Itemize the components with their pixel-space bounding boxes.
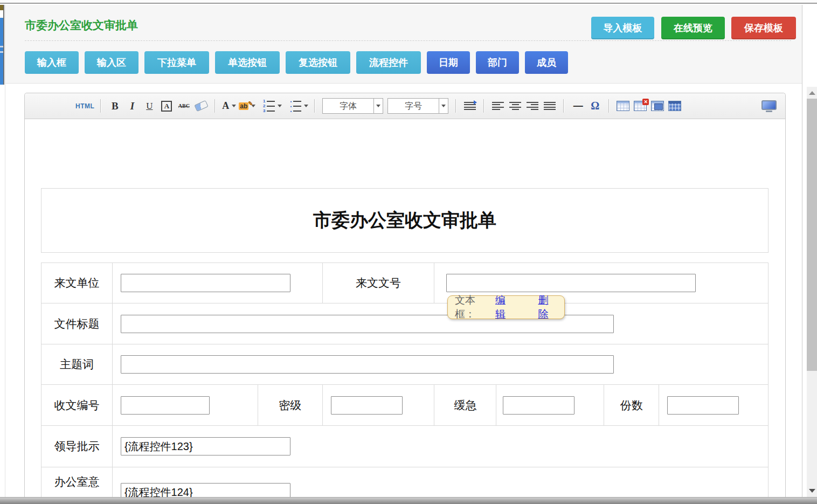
table-cell bbox=[113, 426, 768, 467]
chevron-down-icon bbox=[441, 105, 446, 107]
window-bottom-edge bbox=[0, 497, 817, 504]
table-cell bbox=[113, 344, 768, 385]
strikethrough-button[interactable]: ABC bbox=[176, 98, 191, 114]
special-character-button[interactable]: Ω bbox=[587, 98, 603, 114]
align-left-button[interactable] bbox=[490, 98, 506, 114]
table-properties-button[interactable] bbox=[667, 98, 682, 114]
align-right-button[interactable] bbox=[525, 98, 540, 114]
align-left-icon bbox=[492, 102, 504, 111]
justify-button[interactable] bbox=[542, 98, 557, 114]
select-arrow-button[interactable] bbox=[373, 99, 383, 113]
online-preview-button[interactable]: 在线预览 bbox=[661, 17, 725, 39]
receipt-number-input[interactable] bbox=[121, 396, 210, 415]
toolbar-separator bbox=[214, 99, 216, 113]
table-cell bbox=[113, 385, 258, 426]
import-template-button[interactable]: 导入模板 bbox=[591, 17, 654, 39]
field-label-security-level: 密级 bbox=[258, 385, 323, 426]
ordered-list-button[interactable] bbox=[258, 98, 282, 114]
left-edge-tick bbox=[0, 51, 3, 53]
underline-button[interactable]: U bbox=[142, 98, 157, 114]
indent-button[interactable] bbox=[462, 98, 477, 114]
cell-properties-button[interactable] bbox=[650, 98, 665, 114]
table-properties-icon bbox=[668, 101, 681, 111]
vertical-scrollbar[interactable] bbox=[807, 87, 817, 497]
toolbar-separator bbox=[483, 99, 484, 113]
widget-button-radio[interactable]: 单选按钮 bbox=[215, 51, 280, 74]
subject-words-input[interactable] bbox=[121, 355, 614, 374]
app-window: 市委办公室收文审批单 导入模板 在线预览 保存模板 输入框 输入区 下拉菜单 单… bbox=[0, 0, 817, 504]
italic-button[interactable]: I bbox=[124, 98, 140, 114]
red-x-icon: ✕ bbox=[642, 99, 649, 105]
copies-input[interactable] bbox=[667, 396, 739, 415]
unordered-list-button[interactable] bbox=[284, 98, 308, 114]
table-cell bbox=[113, 303, 768, 344]
font-frame-button[interactable]: A bbox=[159, 98, 174, 114]
remove-format-button[interactable] bbox=[193, 98, 209, 114]
font-family-value: 字体 bbox=[323, 99, 373, 113]
header-dashed-divider bbox=[25, 40, 791, 41]
form-title: 市委办公室收文审批单 bbox=[313, 208, 496, 233]
field-label-receipt-number: 收文编号 bbox=[41, 385, 113, 426]
edit-control-link[interactable]: 编辑 bbox=[495, 293, 515, 321]
highlight-color-button[interactable]: ab bbox=[239, 98, 255, 114]
chevron-down-icon bbox=[232, 105, 236, 107]
ordered-list-icon bbox=[261, 100, 275, 113]
insert-table-button[interactable] bbox=[615, 98, 631, 114]
delete-table-icon: ✕ bbox=[634, 101, 647, 111]
align-center-button[interactable] bbox=[508, 98, 523, 114]
field-label-copies: 份数 bbox=[604, 385, 659, 426]
widget-button-flow-control[interactable]: 流程控件 bbox=[356, 51, 421, 74]
fullscreen-button[interactable] bbox=[761, 100, 777, 113]
widget-button-date[interactable]: 日期 bbox=[427, 51, 470, 74]
scroll-down-arrow-icon[interactable] bbox=[809, 489, 815, 493]
html-source-button[interactable]: HTML bbox=[75, 98, 94, 114]
table-row: 领导批示 bbox=[41, 426, 768, 467]
tooltip-label: 文本框： bbox=[455, 293, 493, 321]
font-family-select[interactable]: 字体 bbox=[322, 98, 383, 114]
editor-canvas[interactable]: 市委办公室收文审批单 来文单位 来文文号 bbox=[25, 119, 785, 497]
widget-button-input-box[interactable]: 输入框 bbox=[25, 51, 79, 74]
widget-button-row: 输入框 输入区 下拉菜单 单选按钮 复选按钮 流程控件 日期 部门 成员 bbox=[25, 51, 568, 74]
table-row: 主题词 bbox=[41, 344, 768, 385]
widget-button-member[interactable]: 成员 bbox=[525, 51, 568, 74]
editor-toolbar: HTML B I U A ABC A ab bbox=[25, 93, 785, 119]
document-number-input[interactable] bbox=[446, 274, 696, 292]
urgency-input[interactable] bbox=[503, 396, 574, 415]
widget-button-dropdown-menu[interactable]: 下拉菜单 bbox=[144, 51, 209, 74]
horizontal-rule-button[interactable]: — bbox=[570, 98, 585, 114]
table-cell bbox=[113, 263, 323, 303]
chevron-down-icon bbox=[278, 105, 282, 107]
toolbar-separator bbox=[100, 99, 101, 113]
field-label-office-opinion: 办公室意 bbox=[41, 467, 113, 497]
bold-button[interactable]: B bbox=[107, 98, 122, 114]
table-cell bbox=[496, 385, 604, 426]
scrollbar-thumb[interactable] bbox=[807, 99, 817, 371]
table-row: 收文编号 密级 缓急 份数 bbox=[41, 385, 768, 426]
security-level-input[interactable] bbox=[331, 396, 403, 415]
source-unit-input[interactable] bbox=[121, 274, 290, 292]
widget-button-department[interactable]: 部门 bbox=[476, 51, 519, 74]
table-cell bbox=[113, 467, 768, 497]
table-cell bbox=[323, 385, 435, 426]
font-size-select[interactable]: 字号 bbox=[387, 98, 448, 114]
leader-instructions-input[interactable] bbox=[121, 437, 290, 455]
form-table: 来文单位 来文文号 文件标题 bbox=[41, 263, 768, 497]
save-template-button[interactable]: 保存模板 bbox=[731, 17, 796, 39]
field-label-leader-instructions: 领导批示 bbox=[41, 426, 113, 467]
delete-control-link[interactable]: 删除 bbox=[538, 293, 558, 321]
field-label-document-number: 来文文号 bbox=[323, 263, 435, 303]
field-label-urgency: 缓急 bbox=[434, 385, 496, 426]
widget-button-input-area[interactable]: 输入区 bbox=[85, 51, 139, 74]
left-edge-tick bbox=[0, 46, 3, 47]
font-color-button[interactable]: A bbox=[221, 98, 237, 114]
scroll-up-arrow-icon[interactable] bbox=[809, 91, 815, 95]
widget-button-checkbox[interactable]: 复选按钮 bbox=[286, 51, 350, 74]
page-content: 市委办公室收文审批单 导入模板 在线预览 保存模板 输入框 输入区 下拉菜单 单… bbox=[5, 5, 802, 497]
delete-table-button[interactable]: ✕ bbox=[633, 98, 648, 114]
highlight-icon: ab bbox=[239, 102, 248, 110]
monitor-icon bbox=[761, 100, 777, 110]
align-right-icon bbox=[527, 102, 538, 111]
monitor-stand bbox=[766, 111, 772, 112]
office-opinion-input[interactable] bbox=[121, 483, 290, 497]
select-arrow-button[interactable] bbox=[439, 99, 448, 113]
